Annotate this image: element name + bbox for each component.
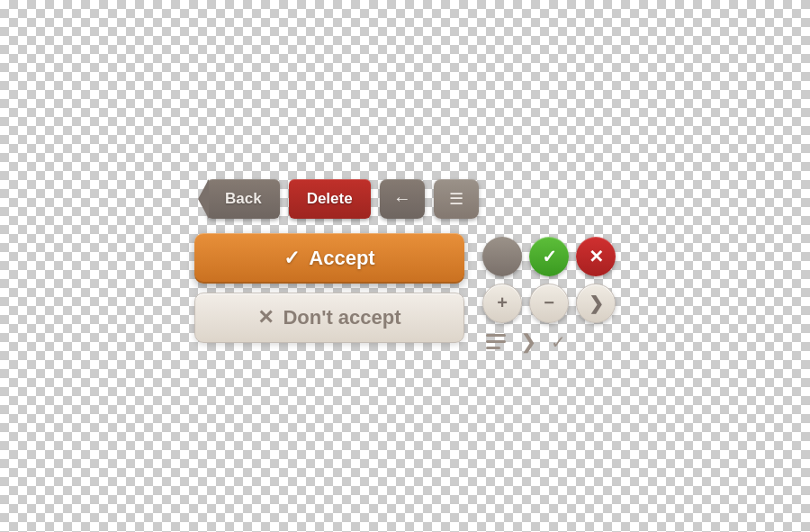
back-button-wrap: Back [207,179,280,219]
reject-button[interactable]: ✕ [576,237,616,276]
arrow-left-button[interactable]: ← [380,179,425,219]
check-text-icon[interactable]: ✓ [551,331,566,353]
chevron-right-button[interactable]: ❯ [576,284,616,323]
top-row: Back Delete ← ☰ [194,179,479,219]
plus-button[interactable]: + [482,284,522,323]
hamburger-icon[interactable] [486,334,506,349]
chevron-right-text-icon[interactable]: ❯ [520,330,536,354]
hamburger-line-3 [486,347,500,349]
chevron-right-icon: ❯ [589,293,604,314]
accept-button[interactable]: ✓ Accept [194,233,464,284]
hamburger-line-2 [486,340,506,343]
dont-accept-x-icon: ✕ [257,306,274,329]
main-row: ✓ Accept ✕ Don't accept ✓ ✕ [194,233,616,354]
dont-accept-label: Don't accept [283,306,400,329]
confirm-button[interactable]: ✓ [529,237,569,276]
delete-button[interactable]: Delete [289,179,371,219]
dont-accept-button[interactable]: ✕ Don't accept [194,293,464,343]
reject-x-icon: ✕ [589,246,604,267]
back-label: Back [225,190,262,208]
accept-check-icon: ✓ [284,247,300,270]
menu-button[interactable]: ☰ [434,179,479,219]
minus-icon: − [544,293,554,313]
confirm-check-icon: ✓ [542,246,557,267]
text-icons-row: ❯ ✓ [482,330,616,354]
menu-icon: ☰ [449,189,464,209]
delete-label: Delete [307,190,353,207]
ui-showcase: Back Delete ← ☰ ✓ Accept ✕ Don't accept [194,179,616,354]
right-column: ✓ ✕ + − ❯ [482,233,616,354]
minus-button[interactable]: − [529,284,569,323]
gray-circle-button[interactable] [482,237,522,276]
action-circles-row: + − ❯ [482,284,616,323]
accept-label: Accept [309,247,374,270]
status-circles-row: ✓ ✕ [482,237,616,276]
left-column: ✓ Accept ✕ Don't accept [194,233,464,343]
hamburger-line-1 [486,334,506,337]
plus-icon: + [497,293,508,313]
arrow-left-icon: ← [393,188,411,209]
back-button[interactable]: Back [207,179,280,219]
